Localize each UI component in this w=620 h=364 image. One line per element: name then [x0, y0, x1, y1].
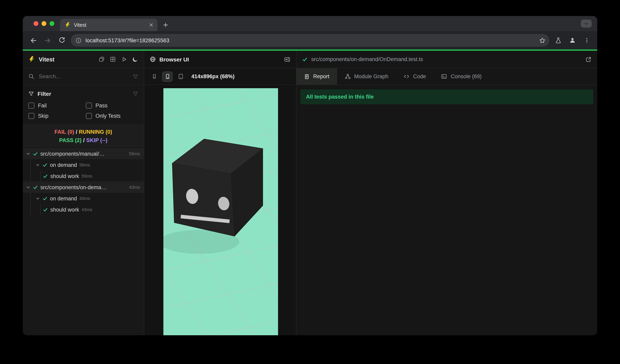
filter-title: Filter [38, 91, 51, 97]
tree-label: on demand [50, 162, 77, 168]
pass-count: PASS (2) [59, 137, 81, 143]
running-count: RUNNING (0) [79, 129, 112, 135]
checkbox-fail[interactable]: Fail [28, 102, 86, 109]
vitest-app: Vitest [23, 51, 597, 335]
filter-funnel-icon [28, 91, 34, 97]
tree-duration: 56ms [79, 162, 90, 167]
tested-app-iframe[interactable] [163, 88, 278, 335]
tree-duration: 43ms [79, 196, 90, 201]
tab-close-icon[interactable] [149, 23, 154, 27]
all-tests-passed-banner: All tests passed in this file [300, 89, 593, 104]
filter-reset-icon[interactable] [133, 91, 138, 97]
device-tablet-icon[interactable] [175, 71, 186, 82]
dark-mode-moon-icon[interactable] [132, 56, 138, 62]
module-graph-icon [344, 73, 351, 79]
open-file-path: src/components/on-demand/OnDemand.test.t… [311, 56, 423, 62]
tree-label: should work [50, 206, 79, 213]
fail-count: FAIL (0) [55, 129, 74, 135]
search-row [23, 68, 144, 85]
tab-module-graph[interactable]: Module Graph [337, 68, 396, 85]
reload-button[interactable] [56, 35, 67, 46]
experiments-flask-icon[interactable] [553, 35, 564, 46]
checkbox-box[interactable] [86, 102, 92, 109]
new-tab-button[interactable] [163, 19, 168, 31]
tree-row-test[interactable]: should work 55ms [41, 170, 144, 182]
tree-row-file[interactable]: src/components/on-dema… 43ms [23, 182, 144, 193]
profile-avatar-icon[interactable] [567, 35, 578, 46]
skip-count: SKIP (--) [86, 137, 108, 143]
zoom-window-button[interactable] [49, 21, 54, 26]
chevron-down-icon[interactable] [36, 163, 40, 167]
address-bar[interactable]: localhost:5173/#/?file=1828625563 [71, 34, 549, 47]
browser-menu-kebab-icon[interactable] [581, 35, 592, 46]
test-status-summary: FAIL (0)/RUNNING (0) PASS (2)/SKIP (--) [23, 125, 144, 147]
code-icon [403, 73, 409, 79]
tree-duration: 56ms [129, 151, 140, 156]
console-icon [441, 73, 447, 79]
test-tree: src/components/manual/… 56ms on demand 5… [23, 147, 144, 335]
tab-title: Vitest [74, 22, 146, 28]
site-info-icon[interactable] [76, 37, 81, 43]
minimize-window-button[interactable] [42, 21, 46, 26]
checkbox-pass[interactable]: Pass [86, 102, 138, 109]
explorer-header: Vitest [23, 51, 144, 68]
chevron-down-icon[interactable] [26, 185, 30, 189]
checkbox-skip[interactable]: Skip [28, 113, 86, 119]
tab-search-button[interactable] [581, 20, 592, 28]
test-explorer-panel: Vitest [23, 51, 144, 335]
checkbox-only-tests[interactable]: Only Tests [86, 113, 138, 119]
tab-code[interactable]: Code [396, 68, 434, 85]
device-phone-icon[interactable] [162, 71, 172, 82]
report-panel: src/components/on-demand/OnDemand.test.t… [296, 51, 597, 335]
open-panel-icon[interactable] [284, 56, 290, 62]
tree-duration: 55ms [81, 174, 92, 178]
search-icon [28, 73, 34, 79]
checkbox-label: Only Tests [95, 113, 121, 119]
checkbox-label: Fail [38, 102, 47, 109]
app-name: Vitest [39, 56, 54, 62]
pass-check-icon [42, 196, 47, 201]
checkbox-box[interactable] [86, 113, 92, 119]
bookmark-star-icon[interactable] [538, 36, 547, 45]
tab-console[interactable]: Console (69) [434, 68, 489, 85]
checkbox-box[interactable] [28, 102, 34, 109]
back-button[interactable] [28, 35, 39, 46]
checkbox-label: Skip [38, 113, 48, 119]
pass-check-icon [43, 174, 48, 179]
tree-label: src/components/on-dema… [40, 184, 107, 190]
browser-ui-header: Browser UI [144, 51, 296, 68]
close-window-button[interactable] [33, 21, 38, 26]
viewport-size-label: 414x896px (68%) [191, 73, 234, 79]
device-phone-small-icon[interactable] [149, 71, 159, 82]
pass-check-icon [302, 57, 308, 62]
checkbox-label: Pass [95, 102, 108, 109]
report-header: src/components/on-demand/OnDemand.test.t… [296, 51, 597, 68]
globe-icon [150, 56, 156, 62]
device-toolbar: 414x896px (68%) [144, 68, 296, 85]
tree-duration: 43ms [81, 207, 92, 212]
tree-row-suite[interactable]: on demand 56ms [31, 159, 144, 170]
browser-ui-title: Browser UI [159, 56, 189, 62]
external-link-icon[interactable] [585, 56, 592, 62]
clear-filter-icon[interactable] [133, 74, 138, 79]
checkbox-box[interactable] [28, 113, 34, 119]
browser-window: Vitest [23, 16, 597, 335]
tree-row-test[interactable]: should work 43ms [41, 204, 144, 215]
forward-button[interactable] [42, 35, 53, 46]
browser-tab-vitest[interactable]: Vitest [60, 19, 157, 31]
chevron-down-icon[interactable] [26, 151, 30, 156]
url-text[interactable]: localhost:5173/#/?file=1828625563 [85, 37, 534, 43]
search-input[interactable] [38, 73, 129, 80]
vitest-logo-icon [28, 56, 35, 63]
browser-preview-area [144, 85, 296, 335]
report-tabs: Report Module Graph Code [296, 68, 597, 85]
chevron-down-icon[interactable] [36, 196, 40, 201]
tree-row-suite[interactable]: on demand 43ms [31, 193, 144, 204]
tree-row-file[interactable]: src/components/manual/… 56ms [23, 148, 144, 159]
tab-report[interactable]: Report [296, 68, 337, 85]
run-all-play-icon[interactable] [121, 56, 127, 62]
grid-view-icon[interactable] [110, 56, 116, 62]
dashboard-windows-icon[interactable] [99, 56, 105, 62]
tree-label: should work [50, 173, 79, 179]
screen: Vitest [0, 0, 620, 364]
